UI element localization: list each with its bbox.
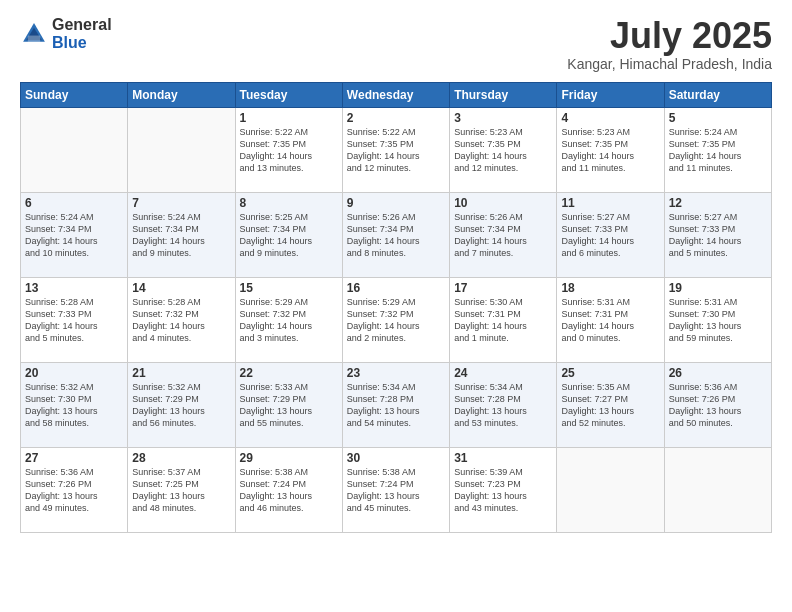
day-number: 14 — [132, 281, 230, 295]
calendar-cell: 9Sunrise: 5:26 AM Sunset: 7:34 PM Daylig… — [342, 192, 449, 277]
day-number: 28 — [132, 451, 230, 465]
day-detail: Sunrise: 5:24 AM Sunset: 7:35 PM Dayligh… — [669, 126, 767, 175]
calendar-cell: 27Sunrise: 5:36 AM Sunset: 7:26 PM Dayli… — [21, 447, 128, 532]
day-number: 25 — [561, 366, 659, 380]
day-number: 1 — [240, 111, 338, 125]
day-detail: Sunrise: 5:34 AM Sunset: 7:28 PM Dayligh… — [347, 381, 445, 430]
day-number: 3 — [454, 111, 552, 125]
calendar-cell: 13Sunrise: 5:28 AM Sunset: 7:33 PM Dayli… — [21, 277, 128, 362]
day-number: 17 — [454, 281, 552, 295]
calendar-cell: 25Sunrise: 5:35 AM Sunset: 7:27 PM Dayli… — [557, 362, 664, 447]
day-number: 11 — [561, 196, 659, 210]
day-number: 4 — [561, 111, 659, 125]
calendar-week-1: 1Sunrise: 5:22 AM Sunset: 7:35 PM Daylig… — [21, 107, 772, 192]
calendar-cell: 20Sunrise: 5:32 AM Sunset: 7:30 PM Dayli… — [21, 362, 128, 447]
day-detail: Sunrise: 5:25 AM Sunset: 7:34 PM Dayligh… — [240, 211, 338, 260]
col-tuesday: Tuesday — [235, 82, 342, 107]
month-title: July 2025 — [567, 16, 772, 56]
day-number: 30 — [347, 451, 445, 465]
calendar-cell: 10Sunrise: 5:26 AM Sunset: 7:34 PM Dayli… — [450, 192, 557, 277]
col-thursday: Thursday — [450, 82, 557, 107]
logo-icon — [20, 20, 48, 48]
day-detail: Sunrise: 5:26 AM Sunset: 7:34 PM Dayligh… — [454, 211, 552, 260]
svg-rect-2 — [28, 35, 40, 41]
calendar-cell: 14Sunrise: 5:28 AM Sunset: 7:32 PM Dayli… — [128, 277, 235, 362]
day-detail: Sunrise: 5:24 AM Sunset: 7:34 PM Dayligh… — [132, 211, 230, 260]
day-number: 20 — [25, 366, 123, 380]
day-detail: Sunrise: 5:36 AM Sunset: 7:26 PM Dayligh… — [25, 466, 123, 515]
logo-text: General Blue — [52, 16, 112, 51]
day-detail: Sunrise: 5:37 AM Sunset: 7:25 PM Dayligh… — [132, 466, 230, 515]
calendar-cell: 8Sunrise: 5:25 AM Sunset: 7:34 PM Daylig… — [235, 192, 342, 277]
day-detail: Sunrise: 5:38 AM Sunset: 7:24 PM Dayligh… — [347, 466, 445, 515]
calendar-cell: 17Sunrise: 5:30 AM Sunset: 7:31 PM Dayli… — [450, 277, 557, 362]
day-detail: Sunrise: 5:34 AM Sunset: 7:28 PM Dayligh… — [454, 381, 552, 430]
day-detail: Sunrise: 5:28 AM Sunset: 7:32 PM Dayligh… — [132, 296, 230, 345]
calendar-week-4: 20Sunrise: 5:32 AM Sunset: 7:30 PM Dayli… — [21, 362, 772, 447]
calendar-cell: 30Sunrise: 5:38 AM Sunset: 7:24 PM Dayli… — [342, 447, 449, 532]
calendar-cell: 28Sunrise: 5:37 AM Sunset: 7:25 PM Dayli… — [128, 447, 235, 532]
calendar-cell: 31Sunrise: 5:39 AM Sunset: 7:23 PM Dayli… — [450, 447, 557, 532]
day-detail: Sunrise: 5:32 AM Sunset: 7:30 PM Dayligh… — [25, 381, 123, 430]
day-detail: Sunrise: 5:36 AM Sunset: 7:26 PM Dayligh… — [669, 381, 767, 430]
logo-general: General — [52, 16, 112, 34]
calendar-cell: 5Sunrise: 5:24 AM Sunset: 7:35 PM Daylig… — [664, 107, 771, 192]
day-number: 16 — [347, 281, 445, 295]
day-number: 27 — [25, 451, 123, 465]
logo: General Blue — [20, 16, 112, 51]
calendar-week-2: 6Sunrise: 5:24 AM Sunset: 7:34 PM Daylig… — [21, 192, 772, 277]
day-detail: Sunrise: 5:23 AM Sunset: 7:35 PM Dayligh… — [454, 126, 552, 175]
day-detail: Sunrise: 5:31 AM Sunset: 7:30 PM Dayligh… — [669, 296, 767, 345]
calendar-cell: 15Sunrise: 5:29 AM Sunset: 7:32 PM Dayli… — [235, 277, 342, 362]
calendar-cell: 4Sunrise: 5:23 AM Sunset: 7:35 PM Daylig… — [557, 107, 664, 192]
calendar-cell: 18Sunrise: 5:31 AM Sunset: 7:31 PM Dayli… — [557, 277, 664, 362]
location: Kangar, Himachal Pradesh, India — [567, 56, 772, 72]
day-detail: Sunrise: 5:27 AM Sunset: 7:33 PM Dayligh… — [561, 211, 659, 260]
calendar-cell: 29Sunrise: 5:38 AM Sunset: 7:24 PM Dayli… — [235, 447, 342, 532]
day-number: 7 — [132, 196, 230, 210]
calendar-cell: 23Sunrise: 5:34 AM Sunset: 7:28 PM Dayli… — [342, 362, 449, 447]
calendar-cell: 26Sunrise: 5:36 AM Sunset: 7:26 PM Dayli… — [664, 362, 771, 447]
col-wednesday: Wednesday — [342, 82, 449, 107]
day-detail: Sunrise: 5:22 AM Sunset: 7:35 PM Dayligh… — [240, 126, 338, 175]
calendar-cell: 11Sunrise: 5:27 AM Sunset: 7:33 PM Dayli… — [557, 192, 664, 277]
calendar-cell: 12Sunrise: 5:27 AM Sunset: 7:33 PM Dayli… — [664, 192, 771, 277]
day-number: 31 — [454, 451, 552, 465]
day-detail: Sunrise: 5:38 AM Sunset: 7:24 PM Dayligh… — [240, 466, 338, 515]
calendar-week-5: 27Sunrise: 5:36 AM Sunset: 7:26 PM Dayli… — [21, 447, 772, 532]
calendar-cell — [664, 447, 771, 532]
header: General Blue July 2025 Kangar, Himachal … — [20, 16, 772, 72]
calendar-cell: 16Sunrise: 5:29 AM Sunset: 7:32 PM Dayli… — [342, 277, 449, 362]
col-saturday: Saturday — [664, 82, 771, 107]
day-detail: Sunrise: 5:26 AM Sunset: 7:34 PM Dayligh… — [347, 211, 445, 260]
calendar-cell — [21, 107, 128, 192]
day-detail: Sunrise: 5:31 AM Sunset: 7:31 PM Dayligh… — [561, 296, 659, 345]
calendar-cell: 6Sunrise: 5:24 AM Sunset: 7:34 PM Daylig… — [21, 192, 128, 277]
calendar-cell: 3Sunrise: 5:23 AM Sunset: 7:35 PM Daylig… — [450, 107, 557, 192]
day-number: 19 — [669, 281, 767, 295]
calendar-cell: 1Sunrise: 5:22 AM Sunset: 7:35 PM Daylig… — [235, 107, 342, 192]
day-number: 6 — [25, 196, 123, 210]
calendar-cell: 7Sunrise: 5:24 AM Sunset: 7:34 PM Daylig… — [128, 192, 235, 277]
day-number: 8 — [240, 196, 338, 210]
col-friday: Friday — [557, 82, 664, 107]
day-number: 21 — [132, 366, 230, 380]
day-number: 9 — [347, 196, 445, 210]
day-detail: Sunrise: 5:27 AM Sunset: 7:33 PM Dayligh… — [669, 211, 767, 260]
title-section: July 2025 Kangar, Himachal Pradesh, Indi… — [567, 16, 772, 72]
day-detail: Sunrise: 5:29 AM Sunset: 7:32 PM Dayligh… — [347, 296, 445, 345]
calendar-cell — [128, 107, 235, 192]
day-number: 13 — [25, 281, 123, 295]
day-number: 22 — [240, 366, 338, 380]
day-detail: Sunrise: 5:24 AM Sunset: 7:34 PM Dayligh… — [25, 211, 123, 260]
calendar-cell: 24Sunrise: 5:34 AM Sunset: 7:28 PM Dayli… — [450, 362, 557, 447]
day-detail: Sunrise: 5:23 AM Sunset: 7:35 PM Dayligh… — [561, 126, 659, 175]
calendar-cell: 19Sunrise: 5:31 AM Sunset: 7:30 PM Dayli… — [664, 277, 771, 362]
day-number: 24 — [454, 366, 552, 380]
day-number: 12 — [669, 196, 767, 210]
day-detail: Sunrise: 5:28 AM Sunset: 7:33 PM Dayligh… — [25, 296, 123, 345]
day-detail: Sunrise: 5:32 AM Sunset: 7:29 PM Dayligh… — [132, 381, 230, 430]
day-number: 15 — [240, 281, 338, 295]
day-detail: Sunrise: 5:39 AM Sunset: 7:23 PM Dayligh… — [454, 466, 552, 515]
calendar-week-3: 13Sunrise: 5:28 AM Sunset: 7:33 PM Dayli… — [21, 277, 772, 362]
